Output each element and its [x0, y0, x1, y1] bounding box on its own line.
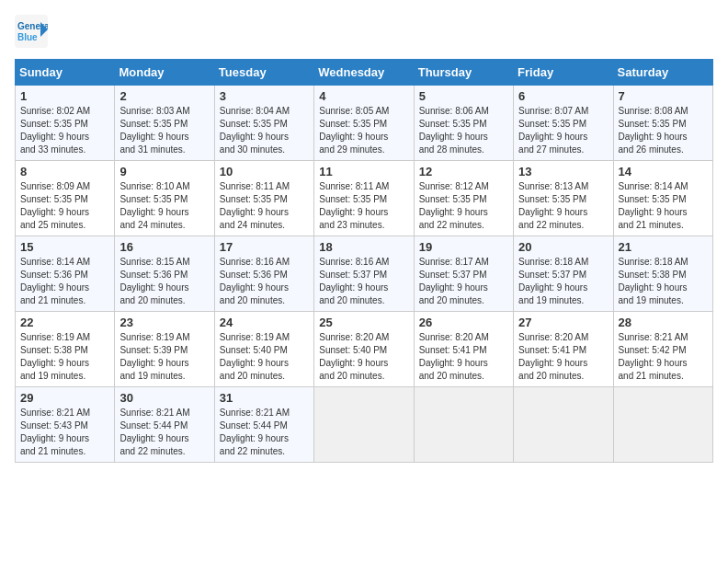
day-info: Sunrise: 8:06 AM Sunset: 5:35 PM Dayligh…: [419, 105, 508, 156]
svg-text:Blue: Blue: [17, 32, 38, 42]
calendar-day: 15Sunrise: 8:14 AM Sunset: 5:36 PM Dayli…: [16, 236, 115, 312]
day-number: 11: [319, 165, 408, 178]
day-info: Sunrise: 8:16 AM Sunset: 5:36 PM Dayligh…: [220, 256, 309, 307]
calendar-day: 29Sunrise: 8:21 AM Sunset: 5:43 PM Dayli…: [16, 387, 115, 463]
calendar-week-row: 22Sunrise: 8:19 AM Sunset: 5:38 PM Dayli…: [16, 312, 713, 387]
day-info: Sunrise: 8:16 AM Sunset: 5:37 PM Dayligh…: [319, 256, 408, 307]
day-info: Sunrise: 8:11 AM Sunset: 5:35 PM Dayligh…: [220, 180, 309, 232]
day-info: Sunrise: 8:21 AM Sunset: 5:42 PM Dayligh…: [619, 331, 708, 383]
weekday-header: Thursday: [414, 60, 513, 86]
calendar-header: SundayMondayTuesdayWednesdayThursdayFrid…: [16, 60, 713, 86]
day-info: Sunrise: 8:19 AM Sunset: 5:38 PM Dayligh…: [20, 331, 109, 383]
calendar-day: 21Sunrise: 8:18 AM Sunset: 5:38 PM Dayli…: [613, 236, 712, 312]
day-number: 14: [619, 165, 708, 178]
day-number: 3: [220, 89, 309, 103]
day-info: Sunrise: 8:04 AM Sunset: 5:35 PM Dayligh…: [220, 105, 309, 156]
day-info: Sunrise: 8:20 AM Sunset: 5:41 PM Dayligh…: [518, 331, 608, 383]
calendar-day: 2Sunrise: 8:03 AM Sunset: 5:35 PM Daylig…: [115, 86, 214, 161]
calendar-day: 14Sunrise: 8:14 AM Sunset: 5:35 PM Dayli…: [613, 161, 712, 236]
calendar-week-row: 15Sunrise: 8:14 AM Sunset: 5:36 PM Dayli…: [16, 236, 713, 312]
calendar-day: 27Sunrise: 8:20 AM Sunset: 5:41 PM Dayli…: [514, 312, 613, 387]
calendar-day: 24Sunrise: 8:19 AM Sunset: 5:40 PM Dayli…: [214, 312, 313, 387]
day-number: 25: [319, 316, 408, 329]
day-number: 5: [419, 89, 508, 103]
day-number: 2: [119, 89, 209, 103]
day-number: 29: [20, 391, 109, 405]
calendar-day: 20Sunrise: 8:18 AM Sunset: 5:37 PM Dayli…: [514, 236, 613, 312]
day-info: Sunrise: 8:18 AM Sunset: 5:37 PM Dayligh…: [518, 256, 608, 307]
day-info: Sunrise: 8:03 AM Sunset: 5:35 PM Dayligh…: [119, 105, 209, 156]
calendar-day: [613, 387, 712, 463]
day-info: Sunrise: 8:08 AM Sunset: 5:35 PM Dayligh…: [619, 105, 708, 156]
calendar-day: 31Sunrise: 8:21 AM Sunset: 5:44 PM Dayli…: [214, 387, 313, 463]
day-number: 30: [119, 391, 209, 405]
day-info: Sunrise: 8:02 AM Sunset: 5:35 PM Dayligh…: [20, 105, 109, 156]
day-number: 22: [20, 316, 109, 329]
day-info: Sunrise: 8:12 AM Sunset: 5:35 PM Dayligh…: [419, 180, 508, 232]
day-info: Sunrise: 8:21 AM Sunset: 5:43 PM Dayligh…: [20, 407, 109, 458]
calendar-day: 11Sunrise: 8:11 AM Sunset: 5:35 PM Dayli…: [314, 161, 414, 236]
day-info: Sunrise: 8:15 AM Sunset: 5:36 PM Dayligh…: [119, 256, 209, 307]
day-info: Sunrise: 8:13 AM Sunset: 5:35 PM Dayligh…: [518, 180, 608, 232]
calendar-table: SundayMondayTuesdayWednesdayThursdayFrid…: [15, 59, 713, 463]
day-number: 9: [119, 165, 209, 178]
calendar-day: 25Sunrise: 8:20 AM Sunset: 5:40 PM Dayli…: [314, 312, 414, 387]
day-number: 28: [619, 316, 708, 329]
day-number: 26: [419, 316, 508, 329]
day-info: Sunrise: 8:19 AM Sunset: 5:40 PM Dayligh…: [220, 331, 309, 383]
day-number: 21: [619, 240, 708, 254]
calendar-day: 1Sunrise: 8:02 AM Sunset: 5:35 PM Daylig…: [16, 86, 115, 161]
day-number: 4: [319, 89, 408, 103]
calendar-day: [314, 387, 414, 463]
day-info: Sunrise: 8:21 AM Sunset: 5:44 PM Dayligh…: [220, 407, 309, 458]
day-number: 6: [518, 89, 608, 103]
weekday-header: Sunday: [16, 60, 115, 86]
day-info: Sunrise: 8:14 AM Sunset: 5:35 PM Dayligh…: [619, 180, 708, 232]
day-number: 7: [619, 89, 708, 103]
calendar-day: 7Sunrise: 8:08 AM Sunset: 5:35 PM Daylig…: [613, 86, 712, 161]
calendar-day: 18Sunrise: 8:16 AM Sunset: 5:37 PM Dayli…: [314, 236, 414, 312]
day-info: Sunrise: 8:07 AM Sunset: 5:35 PM Dayligh…: [518, 105, 608, 156]
calendar-day: 3Sunrise: 8:04 AM Sunset: 5:35 PM Daylig…: [214, 86, 313, 161]
day-info: Sunrise: 8:19 AM Sunset: 5:39 PM Dayligh…: [119, 331, 209, 383]
logo-icon: General Blue: [15, 15, 48, 48]
calendar-day: 22Sunrise: 8:19 AM Sunset: 5:38 PM Dayli…: [16, 312, 115, 387]
logo: General Blue: [15, 15, 51, 48]
day-info: Sunrise: 8:10 AM Sunset: 5:35 PM Dayligh…: [119, 180, 209, 232]
day-number: 8: [20, 165, 109, 178]
calendar-day: 23Sunrise: 8:19 AM Sunset: 5:39 PM Dayli…: [115, 312, 214, 387]
calendar-day: 4Sunrise: 8:05 AM Sunset: 5:35 PM Daylig…: [314, 86, 414, 161]
day-info: Sunrise: 8:18 AM Sunset: 5:38 PM Dayligh…: [619, 256, 708, 307]
calendar-day: 19Sunrise: 8:17 AM Sunset: 5:37 PM Dayli…: [414, 236, 513, 312]
day-number: 23: [119, 316, 209, 329]
day-number: 18: [319, 240, 408, 254]
calendar-day: 16Sunrise: 8:15 AM Sunset: 5:36 PM Dayli…: [115, 236, 214, 312]
weekday-header: Monday: [115, 60, 214, 86]
day-info: Sunrise: 8:17 AM Sunset: 5:37 PM Dayligh…: [419, 256, 508, 307]
day-info: Sunrise: 8:20 AM Sunset: 5:41 PM Dayligh…: [419, 331, 508, 383]
calendar-day: 8Sunrise: 8:09 AM Sunset: 5:35 PM Daylig…: [16, 161, 115, 236]
day-number: 20: [518, 240, 608, 254]
calendar-day: [514, 387, 613, 463]
calendar-week-row: 8Sunrise: 8:09 AM Sunset: 5:35 PM Daylig…: [16, 161, 713, 236]
calendar-week-row: 29Sunrise: 8:21 AM Sunset: 5:43 PM Dayli…: [16, 387, 713, 463]
weekday-header: Saturday: [613, 60, 712, 86]
weekday-header-row: SundayMondayTuesdayWednesdayThursdayFrid…: [16, 60, 713, 86]
day-number: 19: [419, 240, 508, 254]
calendar-day: 17Sunrise: 8:16 AM Sunset: 5:36 PM Dayli…: [214, 236, 313, 312]
day-info: Sunrise: 8:14 AM Sunset: 5:36 PM Dayligh…: [20, 256, 109, 307]
calendar-day: 26Sunrise: 8:20 AM Sunset: 5:41 PM Dayli…: [414, 312, 513, 387]
day-number: 16: [119, 240, 209, 254]
day-info: Sunrise: 8:09 AM Sunset: 5:35 PM Dayligh…: [20, 180, 109, 232]
day-number: 15: [20, 240, 109, 254]
calendar-day: 10Sunrise: 8:11 AM Sunset: 5:35 PM Dayli…: [214, 161, 313, 236]
day-number: 31: [220, 391, 309, 405]
day-info: Sunrise: 8:21 AM Sunset: 5:44 PM Dayligh…: [119, 407, 209, 458]
calendar-week-row: 1Sunrise: 8:02 AM Sunset: 5:35 PM Daylig…: [16, 86, 713, 161]
calendar-day: 5Sunrise: 8:06 AM Sunset: 5:35 PM Daylig…: [414, 86, 513, 161]
calendar-day: 28Sunrise: 8:21 AM Sunset: 5:42 PM Dayli…: [613, 312, 712, 387]
calendar-day: 12Sunrise: 8:12 AM Sunset: 5:35 PM Dayli…: [414, 161, 513, 236]
day-number: 12: [419, 165, 508, 178]
calendar-day: 13Sunrise: 8:13 AM Sunset: 5:35 PM Dayli…: [514, 161, 613, 236]
weekday-header: Wednesday: [314, 60, 414, 86]
